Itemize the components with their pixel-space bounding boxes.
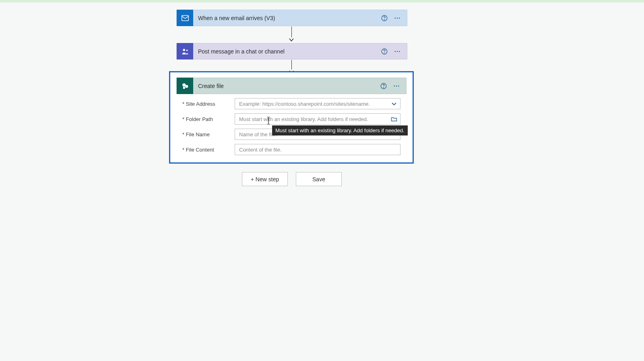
connector-arrow: [289, 27, 294, 42]
help-icon[interactable]: [380, 82, 388, 90]
svg-point-17: [384, 87, 384, 88]
field-row-folder-path: Folder Path: [182, 113, 400, 125]
help-icon[interactable]: [380, 47, 388, 55]
tooltip-folder-path: Must start with an existing library. Add…: [272, 125, 408, 135]
svg-point-12: [399, 51, 400, 52]
label-file-name: File Name: [182, 131, 235, 137]
svg-point-19: [396, 85, 397, 86]
chevron-down-icon[interactable]: [390, 100, 398, 108]
svg-point-11: [397, 51, 398, 52]
svg-point-20: [398, 85, 399, 86]
outlook-icon: [177, 10, 193, 26]
svg-point-4: [397, 17, 398, 18]
svg-rect-0: [182, 15, 188, 21]
trigger-title: When a new email arrives (V3): [193, 15, 380, 21]
svg-point-9: [384, 53, 385, 53]
svg-point-5: [399, 17, 400, 18]
sharepoint-icon: [177, 78, 193, 94]
folder-picker-icon[interactable]: [390, 115, 398, 123]
trigger-card[interactable]: When a new email arrives (V3): [176, 10, 407, 26]
svg-point-10: [394, 51, 396, 52]
svg-point-7: [186, 49, 188, 51]
flow-designer-canvas: When a new email arrives (V3) Post messa…: [0, 0, 644, 361]
svg-point-3: [394, 17, 396, 18]
more-icon[interactable]: [393, 14, 401, 22]
more-icon[interactable]: [392, 82, 400, 90]
svg-point-15: [183, 86, 185, 89]
input-folder-path[interactable]: [235, 113, 400, 125]
help-icon[interactable]: [380, 14, 388, 22]
label-folder-path: Folder Path: [182, 116, 235, 122]
save-button[interactable]: Save: [296, 172, 342, 186]
footer-buttons: + New step Save: [176, 172, 407, 186]
more-icon[interactable]: [393, 47, 401, 55]
field-row-file-content: File Content: [182, 144, 400, 155]
action-card-teams[interactable]: Post message in a chat or channel: [176, 43, 407, 59]
action-card-createfile: Create file Site Address: [169, 71, 414, 164]
field-row-site-address: Site Address: [182, 98, 400, 109]
input-file-content[interactable]: [235, 144, 400, 155]
teams-icon: [177, 43, 193, 59]
label-site-address: Site Address: [182, 101, 235, 107]
svg-point-18: [394, 85, 395, 86]
svg-point-14: [185, 85, 188, 88]
action-teams-title: Post message in a chat or channel: [193, 48, 380, 55]
action-createfile-header[interactable]: Create file: [176, 78, 407, 94]
svg-point-2: [384, 19, 385, 20]
svg-point-6: [183, 49, 185, 51]
new-step-button[interactable]: + New step: [242, 172, 288, 186]
label-file-content: File Content: [182, 147, 235, 153]
action-createfile-title: Create file: [193, 83, 380, 89]
input-site-address[interactable]: [235, 98, 400, 109]
